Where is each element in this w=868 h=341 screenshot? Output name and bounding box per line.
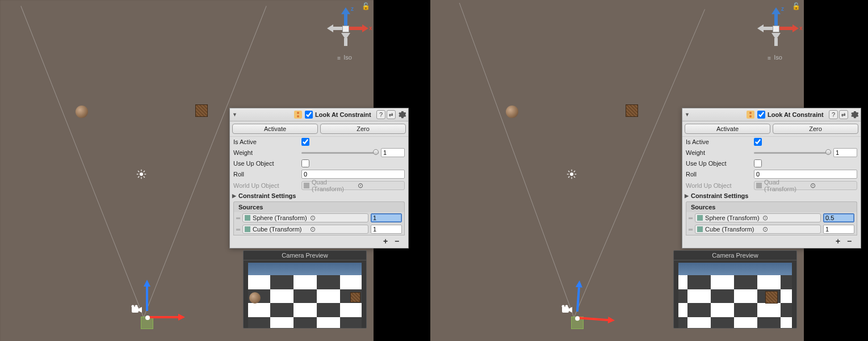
- roll-input[interactable]: [301, 170, 405, 179]
- source-object-field[interactable]: Sphere (Transform) ⊙: [242, 213, 368, 222]
- svg-rect-37: [697, 226, 703, 232]
- roll-input[interactable]: [754, 170, 857, 179]
- object-picker-icon: ⊙: [358, 182, 404, 190]
- roll-label: Roll: [686, 171, 754, 178]
- svg-point-34: [749, 115, 752, 117]
- zero-button[interactable]: Zero: [320, 124, 406, 134]
- grid-line: [0, 0, 1, 341]
- source-weight-input[interactable]: [823, 225, 854, 234]
- light-icon[interactable]: [567, 169, 577, 179]
- sources-header: Sources: [233, 201, 405, 212]
- svg-point-0: [140, 172, 143, 176]
- help-button[interactable]: ?: [376, 110, 385, 119]
- preset-button[interactable]: ⇄: [387, 110, 396, 119]
- gear-icon[interactable]: [398, 111, 406, 119]
- svg-point-30: [562, 305, 565, 308]
- camera-icon[interactable]: [131, 305, 143, 315]
- weight-slider[interactable]: [754, 149, 831, 157]
- orientation-gizmo[interactable]: z x: [322, 6, 368, 51]
- object-picker-icon[interactable]: ⊙: [762, 214, 819, 222]
- lock-icon[interactable]: 🔓: [362, 2, 370, 10]
- remove-source-button[interactable]: −: [391, 237, 402, 246]
- svg-point-31: [565, 305, 568, 308]
- svg-point-14: [297, 112, 299, 114]
- source-row: ═ Cube (Transform) ⊙: [686, 224, 857, 235]
- world-up-label: World Up Object: [233, 182, 301, 189]
- help-button[interactable]: ?: [829, 110, 838, 119]
- object-picker-icon[interactable]: ⊙: [310, 225, 367, 233]
- light-icon[interactable]: [136, 169, 146, 179]
- iso-icon: ≡: [768, 55, 771, 61]
- camera-preview-title: Camera Preview: [674, 251, 796, 260]
- object-picker-icon[interactable]: ⊙: [310, 214, 367, 222]
- camera-preview: Camera Preview: [243, 250, 367, 329]
- source-object-field[interactable]: Sphere (Transform) ⊙: [695, 213, 821, 222]
- settings-foldout[interactable]: ▶: [685, 193, 689, 199]
- drag-handle-icon[interactable]: ═: [236, 226, 239, 233]
- roll-label: Roll: [233, 171, 301, 178]
- world-up-field: Quad (Transform) ⊙: [301, 181, 405, 190]
- drag-handle-icon[interactable]: ═: [689, 226, 691, 233]
- weight-label: Weight: [686, 149, 754, 156]
- source-object-field[interactable]: Cube (Transform) ⊙: [695, 225, 821, 234]
- weight-input[interactable]: [381, 148, 405, 157]
- svg-point-33: [749, 112, 752, 114]
- remove-source-button[interactable]: −: [844, 237, 855, 246]
- sources-header: Sources: [686, 201, 857, 212]
- cube-object[interactable]: [195, 104, 208, 117]
- add-source-button[interactable]: +: [380, 237, 391, 246]
- add-source-button[interactable]: +: [832, 237, 844, 246]
- camera-icon[interactable]: [561, 305, 573, 315]
- drag-handle-icon[interactable]: ═: [689, 215, 691, 221]
- svg-line-25: [574, 176, 575, 178]
- sphere-object[interactable]: [506, 106, 518, 118]
- source-weight-input[interactable]: [371, 225, 402, 234]
- camera-preview-title: Camera Preview: [244, 251, 366, 260]
- svg-rect-35: [756, 183, 762, 188]
- scene-viewport-right[interactable]: z x 🔓 ≡ Iso ▼ Look At Constraint ? ⇄ Act…: [430, 0, 804, 341]
- is-active-checkbox[interactable]: [301, 138, 309, 146]
- cube-object[interactable]: [626, 104, 638, 117]
- projection-label[interactable]: Iso: [343, 54, 352, 61]
- component-icon: [746, 110, 755, 119]
- use-up-checkbox[interactable]: [301, 159, 309, 167]
- svg-rect-9: [132, 307, 139, 313]
- source-object-field[interactable]: Cube (Transform) ⊙: [242, 225, 368, 234]
- svg-line-5: [138, 171, 139, 172]
- projection-label[interactable]: Iso: [774, 54, 782, 61]
- is-active-checkbox[interactable]: [754, 138, 762, 146]
- world-up-label: World Up Object: [686, 182, 754, 189]
- preset-button[interactable]: ⇄: [839, 110, 848, 119]
- source-weight-input[interactable]: [823, 213, 854, 222]
- sphere-object[interactable]: [76, 106, 88, 118]
- component-foldout[interactable]: ▼: [232, 112, 292, 117]
- component-foldout[interactable]: ▼: [685, 112, 745, 117]
- svg-rect-16: [304, 183, 309, 188]
- lock-icon[interactable]: 🔓: [792, 2, 800, 10]
- source-weight-input[interactable]: [371, 213, 402, 222]
- component-title: Look At Constraint: [768, 111, 828, 118]
- gear-icon[interactable]: [850, 111, 858, 119]
- scene-viewport-left[interactable]: z x 🔓 ≡ Iso ▼ Look At Constraint ? ⇄ Act…: [0, 0, 374, 341]
- camera-preview-view: [678, 263, 792, 328]
- component-enable-checkbox[interactable]: [305, 111, 313, 119]
- zero-button[interactable]: Zero: [773, 124, 858, 134]
- component-enable-checkbox[interactable]: [757, 111, 765, 119]
- source-row: ═ Cube (Transform) ⊙: [234, 224, 404, 235]
- svg-marker-10: [139, 307, 142, 313]
- object-picker-icon[interactable]: ⊙: [762, 225, 819, 233]
- is-active-label: Is Active: [686, 138, 754, 145]
- weight-input[interactable]: [833, 148, 857, 157]
- iso-icon: ≡: [337, 55, 341, 61]
- activate-button[interactable]: Activate: [232, 124, 318, 134]
- settings-foldout[interactable]: ▶: [232, 193, 236, 199]
- world-up-field: Quad (Transform) ⊙: [754, 181, 857, 190]
- use-up-checkbox[interactable]: [754, 159, 762, 167]
- sources-list: ═ Sphere (Transform) ⊙ ═ Cube (Transform…: [233, 212, 405, 235]
- activate-button[interactable]: Activate: [685, 124, 770, 134]
- inspector-panel: ▼ Look At Constraint ? ⇄ Activate Zero I…: [682, 108, 861, 249]
- weight-slider[interactable]: [301, 149, 379, 157]
- orientation-gizmo[interactable]: z x: [753, 6, 798, 51]
- object-picker-icon: ⊙: [810, 182, 856, 190]
- drag-handle-icon[interactable]: ═: [236, 215, 239, 221]
